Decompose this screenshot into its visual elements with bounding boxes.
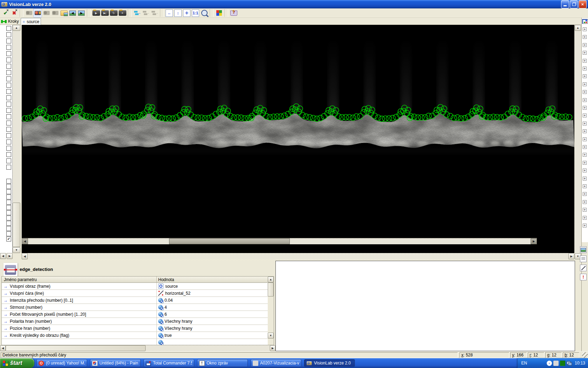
expand-plus-icon[interactable]: + [583, 114, 587, 117]
fit-window-button[interactable]: ✛ [182, 8, 191, 18]
expand-plus-icon[interactable]: + [583, 129, 587, 133]
taskbar-task[interactable]: Untitled (84%) - Pain... [90, 359, 141, 367]
step-checkbox[interactable] [6, 216, 11, 220]
expand-plus-icon[interactable]: + [583, 90, 587, 94]
matrix-tray-icon[interactable] [560, 361, 565, 366]
result-line-button[interactable] [580, 265, 587, 271]
param-row[interactable]: →Pozice hran (number)Všechny hrany [2, 325, 268, 332]
step-checkbox[interactable] [6, 200, 11, 205]
step-checkbox[interactable] [6, 64, 11, 69]
resize-grip[interactable] [582, 352, 588, 358]
scroll-▶-button[interactable]: ▶ [7, 253, 13, 259]
panel-gallery-icon[interactable] [582, 19, 588, 24]
scroll-▲-button[interactable]: ▲ [575, 25, 581, 31]
expand-plus-icon[interactable]: + [583, 177, 587, 180]
close-button[interactable]: ✕ [579, 0, 587, 8]
expand-plus-icon[interactable]: + [583, 82, 587, 86]
expand-plus-icon[interactable]: + [583, 43, 587, 47]
table-vertical-scrollbar[interactable]: ▲▼ [268, 277, 274, 345]
expand-plus-icon[interactable]: + [583, 208, 587, 212]
run-loop-button[interactable]: ↻ [109, 8, 118, 18]
minimize-button[interactable] [561, 0, 569, 8]
expand-plus-icon[interactable]: + [583, 51, 587, 55]
step-checkbox[interactable] [6, 133, 11, 138]
param-row[interactable]: →Intenzita přechodu (number) [0..1]0.04 [2, 297, 268, 304]
param-row[interactable]: →Strmost (number)4 [2, 304, 268, 311]
zoom-button[interactable] [200, 8, 209, 18]
expand-plus-icon[interactable]: + [583, 153, 587, 157]
expand-plus-icon[interactable]: + [583, 216, 587, 220]
scroll-◀-button[interactable]: ◀ [0, 253, 6, 259]
previous-image-button[interactable]: ◀ [68, 8, 77, 18]
step-checkbox[interactable] [6, 70, 11, 75]
expand-plus-icon[interactable]: + [583, 137, 587, 141]
param-row[interactable]: →Vstupní obraz (frame)source [2, 283, 268, 290]
expand-plus-icon[interactable]: + [583, 27, 587, 31]
step-checkbox[interactable] [6, 158, 11, 163]
move-step-left-button[interactable] [141, 8, 150, 18]
insert-step-button[interactable] [133, 8, 141, 18]
scroll-▲-button[interactable]: ▲ [268, 277, 274, 282]
scrollbar-thumb[interactable] [13, 203, 20, 247]
step-checkbox[interactable] [6, 189, 11, 194]
scroll-◀-button[interactable]: ◀ [0, 345, 6, 351]
error-log-button[interactable]: ! [580, 274, 587, 280]
param-row[interactable]: →Polarita hran (number)Všechny hrany [2, 318, 268, 325]
scroll-right-icon[interactable]: ▶ [531, 238, 537, 244]
restore-button[interactable] [570, 0, 578, 8]
scroll-▶-button[interactable]: ▶ [270, 345, 275, 351]
scroll-▼-button[interactable]: ▼ [13, 247, 20, 253]
language-bar-icon[interactable]: ‹ [547, 361, 552, 366]
step-checkbox[interactable] [6, 146, 11, 151]
scrollbar-thumb[interactable] [169, 238, 290, 244]
step-checkbox[interactable] [6, 179, 11, 184]
fit-width-button[interactable]: ↔ [165, 8, 174, 18]
step-checkbox[interactable] [6, 32, 11, 37]
result-list-button[interactable] [580, 255, 587, 262]
step-checkbox[interactable] [6, 76, 11, 81]
expand-plus-icon[interactable]: + [583, 98, 587, 102]
run-button[interactable]: ▶ [92, 8, 100, 18]
expand-plus-icon[interactable]: + [583, 67, 587, 70]
camera-disabled-button[interactable] [24, 8, 33, 18]
step-checkbox[interactable] [6, 57, 11, 62]
step-checkbox[interactable] [6, 89, 11, 94]
step-checkbox[interactable] [6, 127, 11, 132]
fit-height-button[interactable]: ↕ [174, 8, 182, 18]
step-checkbox[interactable] [6, 184, 11, 189]
image-embedded-scrollbar[interactable]: ◀ ▶ [22, 238, 537, 244]
scroll-▲-button[interactable]: ▲ [13, 25, 20, 31]
step-checkbox[interactable] [6, 231, 11, 236]
inspector-horizontal-scrollbar[interactable]: ◀▶ [0, 345, 275, 351]
param-row[interactable] [2, 339, 268, 345]
start-button[interactable]: štart [0, 358, 34, 368]
language-indicator[interactable]: EN [521, 361, 527, 366]
taskbar-task[interactable]: A0207-Vizualizacia-v0... [251, 359, 301, 367]
taskbar-task[interactable]: O(0 unread) Yahoo! M... [36, 359, 87, 367]
step-checkbox[interactable] [6, 102, 11, 107]
step-checkbox[interactable] [6, 226, 11, 231]
scroll-◀-button[interactable]: ◀ [22, 253, 28, 259]
scroll-left-icon[interactable]: ◀ [22, 238, 28, 244]
palette-button[interactable] [215, 8, 223, 18]
step-checkbox[interactable] [6, 195, 11, 199]
camera-settings-button[interactable] [51, 8, 59, 18]
param-row[interactable]: →Kreslit výsledky do obrazu (flag)true [2, 332, 268, 339]
tab-source[interactable]: ✳ source [21, 18, 41, 25]
expand-plus-icon[interactable]: + [583, 74, 587, 78]
run-step-button[interactable]: ▶| [100, 8, 109, 18]
confirm-steps-button[interactable]: ✔✕ [1, 8, 10, 18]
expand-plus-icon[interactable]: + [583, 106, 587, 110]
delete-steps-button[interactable]: ✖✕ [10, 8, 19, 18]
camera-source-button[interactable] [33, 8, 42, 18]
taskbar-task[interactable]: Total Commander 7.5... [144, 359, 194, 367]
step-checkbox[interactable] [6, 114, 11, 119]
open-image-button[interactable] [59, 8, 68, 18]
expand-plus-icon[interactable]: + [583, 35, 587, 39]
step-checkbox[interactable] [6, 221, 11, 226]
expand-plus-icon[interactable]: + [583, 122, 587, 125]
step-checkbox[interactable] [6, 95, 11, 100]
step-checkbox-checked[interactable]: ✔ [6, 237, 11, 241]
step-checkbox[interactable] [6, 26, 11, 31]
param-row[interactable]: →Počet filtrovaných pixelů (number) [1..… [2, 311, 268, 318]
